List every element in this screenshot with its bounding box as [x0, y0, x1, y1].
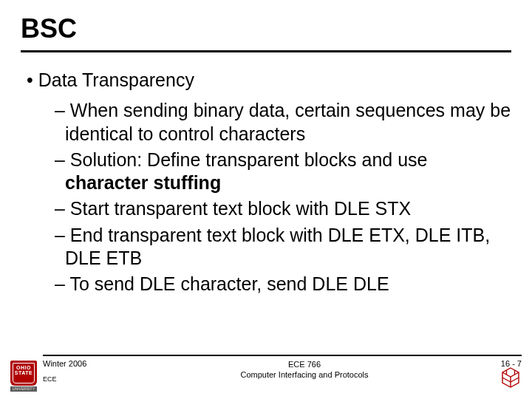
section-text: Data Transparency [38, 69, 194, 90]
footer-left: Winter 2006 ECE [43, 359, 161, 383]
slide-content: • Data Transparency – When sending binar… [21, 69, 511, 296]
bullet-item: – End transparent text block with DLE ET… [55, 224, 511, 270]
footer-center: ECE 766 Computer Interfacing and Protoco… [161, 359, 448, 381]
bullet-text: To send DLE character, send DLE DLE [69, 273, 389, 294]
dept-label: ECE [43, 375, 161, 383]
bold-term: character stuffing [65, 172, 221, 193]
bullet-item: – Start transparent text block with DLE … [55, 197, 511, 220]
course-name: Computer Interfacing and Protocols [161, 369, 448, 380]
svg-line-5 [511, 378, 519, 382]
footer-rule [43, 355, 522, 356]
course-code: ECE 766 [161, 359, 448, 369]
slide-footer: Winter 2006 ECE ECE 766 Computer Interfa… [0, 355, 532, 399]
ohio-state-logo: OHIOSTATE UNIVERSITY [10, 361, 37, 392]
svg-line-4 [502, 378, 511, 382]
bullet-item: – When sending binary data, certain sequ… [55, 99, 511, 146]
bullet-item: – To send DLE character, send DLE DLE [55, 273, 511, 296]
bullet-text: When sending binary data, certain sequen… [65, 100, 511, 143]
term-label: Winter 2006 [43, 359, 161, 368]
bullet-text: Start transparent text block with DLE ST… [70, 198, 411, 219]
bullet-text: Solution: Define transparent blocks and … [70, 149, 428, 170]
section-bullet: • Data Transparency [27, 69, 511, 92]
title-rule [21, 50, 511, 52]
bullet-item: – Solution: Define transparent blocks an… [55, 149, 511, 195]
cse-cube-icon [501, 366, 520, 389]
slide-title: BSC [21, 13, 511, 44]
bullet-text: End transparent text block with DLE ETX,… [65, 225, 490, 268]
